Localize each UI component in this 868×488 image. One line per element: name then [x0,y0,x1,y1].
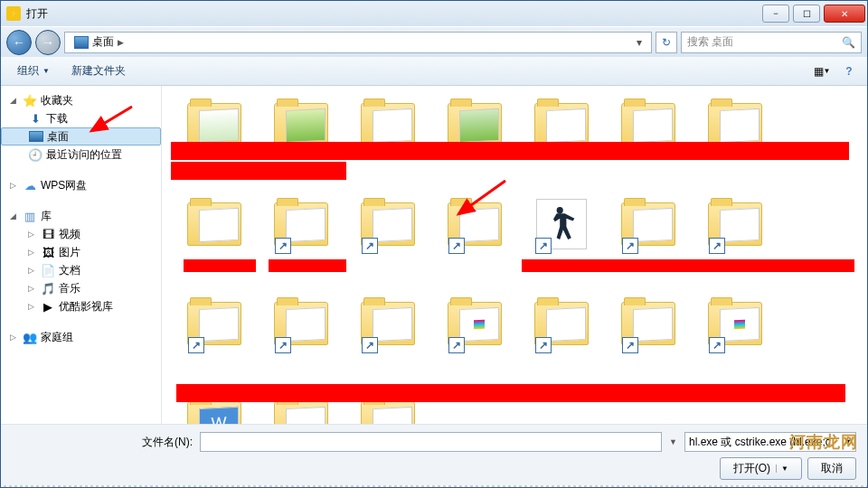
sidebar-item-documents[interactable]: ▷📄文档 [1,261,161,279]
window-title: 打开 [26,6,48,22]
search-placeholder: 搜索 桌面 [687,34,733,50]
maximize-button[interactable]: ☐ [793,5,820,23]
breadcrumb-root[interactable]: 桌面 ▶ [69,33,129,52]
cs-settings-item[interactable]: ↗ CS比赛设置 [518,189,605,288]
forward-button[interactable]: → [35,30,61,55]
homegroup-icon: 👥 [23,330,37,344]
folder-item[interactable] [171,189,258,288]
shortcut-overlay-icon: ↗ [535,238,552,254]
caret-icon: ◢ [10,211,19,221]
split-dropdown-icon[interactable]: ▼ [776,465,788,473]
folder-item[interactable] [605,89,692,189]
sidebar-item-videos[interactable]: ▷🎞视频 [1,225,161,243]
sidebar-item-youku[interactable]: ▷▶优酷影视库 [1,297,161,315]
shortcut-overlay-icon: ↗ [448,238,465,254]
back-button[interactable]: ← [6,30,32,55]
shortcut-item[interactable]: ↗ [344,288,431,388]
search-input[interactable]: 搜索 桌面 🔍 [681,32,862,53]
pictures-icon: 🖼 [41,245,55,259]
shortcut-item[interactable]: ↗ [171,288,258,388]
shortcut-item[interactable]: ↗ [605,189,692,288]
shortcut-item[interactable]: ↗ [518,288,605,388]
shortcut-item[interactable]: ↗ [692,189,778,288]
desktop-icon [29,131,43,142]
bottom-panel: 文件名(N): ▼ hl.exe 或 cstrike.exe (hl.exe;c… [1,424,867,487]
shortcut-item[interactable]: ↗ [431,189,518,288]
redaction-bar [184,259,256,272]
download-icon: ⬇ [28,111,42,126]
redaction-bar [171,162,346,180]
shortcut-overlay-icon: ↗ [362,337,378,353]
toolbar: 组织▼ 新建文件夹 ▦ ▼ ? [1,57,867,86]
shortcut-overlay-icon: ↗ [622,337,638,353]
desktop-icon [74,36,89,49]
open-button[interactable]: 打开(O)▼ [720,457,802,480]
redaction-bar [176,384,845,402]
sidebar-item-music[interactable]: ▷🎵音乐 [1,279,161,297]
search-icon: 🔍 [842,36,855,49]
shortcut-item[interactable]: ↗ [692,288,778,388]
caret-icon: ▷ [10,333,19,342]
navbar: ← → 桌面 ▶ ▾ ↻ 搜索 桌面 🔍 [1,26,867,57]
organize-button[interactable]: 组织▼ [8,60,59,82]
shortcut-overlay-icon: ↗ [448,337,465,353]
shortcut-item[interactable]: ↗ [431,288,518,388]
watermark: 河南龙网 [789,431,858,453]
app-icon: ⚡ [6,6,21,21]
minimize-button[interactable]: － [762,5,789,23]
shortcut-overlay-icon: ↗ [709,238,725,254]
shortcut-item[interactable]: ↗ [258,189,344,288]
sidebar-item-downloads[interactable]: ⬇ 下载 [1,109,161,127]
nav-sidebar: ◢ ⭐ 收藏夹 ⬇ 下载 桌面 🕘 最近访问的位置 [1,86,162,424]
sidebar-item-pictures[interactable]: ▷🖼图片 [1,243,161,261]
caret-icon: ▷ [10,181,19,190]
folder-item[interactable] [344,89,431,189]
cloud-icon: ☁ [23,178,37,192]
open-dialog-window: ⚡ 打开 － ☐ ✕ ← → 桌面 ▶ ▾ ↻ 搜索 桌面 🔍 组织▼ [0,0,868,488]
shortcut-overlay-icon: ↗ [275,337,291,353]
libraries-header[interactable]: ◢ ▥ 库 [1,207,161,225]
shortcut-overlay-icon: ↗ [188,337,204,353]
sidebar-item-wps[interactable]: ▷ ☁ WPS网盘 [1,176,161,194]
address-dropdown[interactable]: ▾ [631,36,647,49]
dialog-body: ◢ ⭐ 收藏夹 ⬇ 下载 桌面 🕘 最近访问的位置 [1,86,867,424]
window-buttons: － ☐ ✕ [760,3,867,24]
filename-label: 文件名(N): [12,435,193,450]
star-icon: ⭐ [23,93,37,108]
help-button[interactable]: ? [838,61,860,81]
library-icon: ▥ [23,209,37,223]
caret-icon: ◢ [10,96,19,105]
chevron-right-icon: ▶ [118,38,124,47]
address-bar[interactable]: 桌面 ▶ ▾ [64,32,652,53]
chevron-down-icon[interactable]: ▼ [669,437,677,446]
favorites-header[interactable]: ◢ ⭐ 收藏夹 [1,91,161,109]
documents-icon: 📄 [41,263,55,277]
shortcut-item[interactable]: ↗ [344,189,431,288]
shortcut-overlay-icon: ↗ [709,337,725,353]
filename-input[interactable] [200,432,662,452]
folder-item[interactable] [431,89,518,189]
sidebar-item-desktop[interactable]: 桌面 [1,127,161,145]
folder-item[interactable] [692,89,778,189]
redaction-bar [522,259,854,272]
sidebar-item-homegroup[interactable]: ▷ 👥 家庭组 [1,328,161,346]
chevron-down-icon: ▼ [42,67,50,75]
shortcut-item[interactable]: ↗ [605,288,692,388]
redaction-bar [269,259,346,272]
shortcut-overlay-icon: ↗ [362,238,378,254]
video-icon: 🎞 [41,227,55,241]
sidebar-item-recent[interactable]: 🕘 最近访问的位置 [1,145,161,164]
cancel-button[interactable]: 取消 [807,457,856,480]
new-folder-button[interactable]: 新建文件夹 [62,60,135,82]
view-button[interactable]: ▦ ▼ [811,61,833,81]
file-list[interactable]: ↗ ↗ ↗ ↗ CS比赛设置 ↗ ↗ ↗ ↗ ↗ [162,86,867,424]
breadcrumb-label: 桌面 [92,34,114,50]
youku-icon: ▶ [41,299,55,314]
redaction-bar [171,142,849,160]
shortcut-overlay-icon: ↗ [535,337,552,353]
close-button[interactable]: ✕ [824,5,865,23]
refresh-button[interactable]: ↻ [656,32,677,53]
folder-item[interactable] [518,89,605,189]
shortcut-item[interactable]: ↗ [258,288,344,388]
shortcut-overlay-icon: ↗ [275,238,291,254]
